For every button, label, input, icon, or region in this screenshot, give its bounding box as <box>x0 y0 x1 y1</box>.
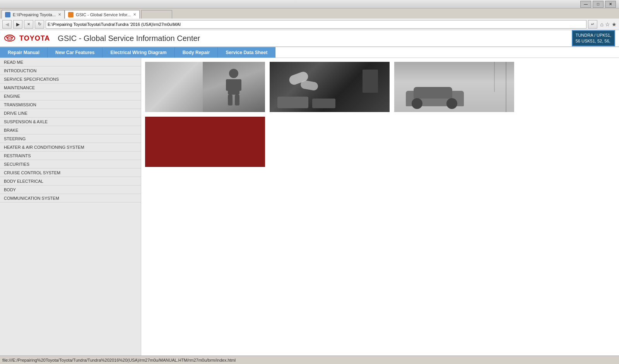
site-header: TOYOTA GSIC - Global Service Information… <box>0 30 619 47</box>
vehicle-line1: TUNDRA / UPK51, <box>576 32 611 38</box>
tab-close-2[interactable]: ✕ <box>133 12 136 17</box>
refresh-button[interactable]: ↻ <box>35 20 44 29</box>
tab-favicon-1 <box>5 12 10 17</box>
image-thumb-1[interactable] <box>145 62 265 112</box>
site-title: GSIC - Global Service Information Center <box>58 34 200 43</box>
tab-repair-manual[interactable]: Repair Manual <box>0 47 48 58</box>
sidebar-item-body[interactable]: BODY <box>0 185 141 194</box>
main-layout: READ ME INTRODUCTION SERVICE SPECIFICATI… <box>0 58 619 355</box>
sidebar-item-cruise-control[interactable]: CRUISE CONTROL SYSTEM <box>0 168 141 177</box>
image-thumb-2[interactable] <box>270 62 390 112</box>
sidebar-item-engine[interactable]: ENGINE <box>0 92 141 100</box>
sidebar-item-restraints[interactable]: RESTRAINTS <box>0 151 141 160</box>
tab-electrical-wiring[interactable]: Electrical Wiring Diagram <box>103 47 174 58</box>
svg-rect-6 <box>238 79 241 91</box>
sidebar-item-body-electrical[interactable]: BODY ELECTRICAL <box>0 177 141 185</box>
sidebar-item-drive-line[interactable]: DRIVE LINE <box>0 109 141 117</box>
forward-button[interactable]: ▶ <box>13 20 22 29</box>
tab-label-1: E:\\Prepairing Toyota... <box>13 12 56 17</box>
title-bar: — □ ✕ <box>0 0 619 9</box>
nav-tabs: Repair Manual New Car Features Electrica… <box>0 47 619 58</box>
maximize-button[interactable]: □ <box>593 1 604 8</box>
toyota-logo-icon <box>4 34 15 43</box>
new-tab-area <box>141 10 172 19</box>
tab-favicon-2 <box>68 12 74 17</box>
image-grid <box>145 62 615 167</box>
toolbar-icons: ⌂ ☆ ★ <box>600 21 617 27</box>
tab-close-1[interactable]: ✕ <box>58 12 61 17</box>
vehicle-badge: TUNDRA / UPK51, 56 USK51, 52, 56, <box>572 30 615 46</box>
sidebar-item-introduction[interactable]: INTRODUCTION <box>0 66 141 75</box>
image-thumb-4[interactable] <box>145 117 265 167</box>
sidebar-item-communication[interactable]: COMMUNICATION SYSTEM <box>0 194 141 202</box>
tab-inactive[interactable]: E:\\Prepairing Toyota... ✕ <box>2 10 65 19</box>
sidebar-item-service-specs[interactable]: SERVICE SPECIFICATIONS <box>0 75 141 83</box>
close-button[interactable]: ✕ <box>605 1 616 8</box>
sidebar-item-steering[interactable]: STEERING <box>0 134 141 143</box>
page-content: TOYOTA GSIC - Global Service Information… <box>0 30 619 355</box>
image-thumb-3[interactable] <box>394 62 514 112</box>
tab-active[interactable]: GSIC - Global Service Infor... ✕ <box>65 10 140 19</box>
tab-body-repair[interactable]: Body Repair <box>175 47 218 58</box>
sidebar-item-maintenance[interactable]: MAINTENANCE <box>0 83 141 92</box>
sidebar-item-read-me[interactable]: READ ME <box>0 58 141 66</box>
svg-rect-8 <box>235 95 239 105</box>
toyota-text: TOYOTA <box>19 34 50 43</box>
svg-rect-7 <box>228 95 233 105</box>
vehicle-line2: 56 USK51, 52, 56, <box>576 38 611 44</box>
status-url: file:///E:/Prepairing%20Toyota/Toyota/Tu… <box>2 358 236 362</box>
home-icon[interactable]: ⌂ <box>600 21 604 27</box>
toyota-logo: TOYOTA <box>4 34 50 43</box>
svg-point-3 <box>229 69 238 78</box>
content-area <box>141 58 619 355</box>
back-button[interactable]: ◀ <box>2 20 12 29</box>
sidebar-item-brake[interactable]: BRAKE <box>0 126 141 134</box>
sidebar: READ ME INTRODUCTION SERVICE SPECIFICATI… <box>0 58 141 355</box>
sidebar-item-transmission[interactable]: TRANSMISSION <box>0 100 141 109</box>
tab-new-car-features[interactable]: New Car Features <box>48 47 103 58</box>
svg-rect-5 <box>226 79 230 91</box>
sidebar-item-suspension[interactable]: SUSPENSION & AXLE <box>0 117 141 126</box>
nav-bar: ◀ ▶ ✕ ↻ ↵ ⌂ ☆ ★ <box>0 19 619 30</box>
tab-service-data[interactable]: Service Data Sheet <box>218 47 275 58</box>
address-bar[interactable] <box>46 20 587 29</box>
tab-label-2: GSIC - Global Service Infor... <box>76 12 131 17</box>
stop-button[interactable]: ✕ <box>24 20 33 29</box>
tab-bar: E:\\Prepairing Toyota... ✕ GSIC - Global… <box>0 9 619 19</box>
window-controls: — □ ✕ <box>580 1 616 8</box>
status-bar: file:///E:/Prepairing%20Toyota/Toyota/Tu… <box>0 355 619 364</box>
go-button[interactable]: ↵ <box>588 20 597 29</box>
star-icon[interactable]: ☆ <box>605 21 610 27</box>
person-silhouette <box>222 68 245 106</box>
sidebar-item-heater[interactable]: HEATER & AIR CONDITIONING SYSTEM <box>0 143 141 151</box>
favorites-icon[interactable]: ★ <box>612 21 617 27</box>
sidebar-item-securities[interactable]: SECURITIES <box>0 160 141 168</box>
minimize-button[interactable]: — <box>580 1 591 8</box>
